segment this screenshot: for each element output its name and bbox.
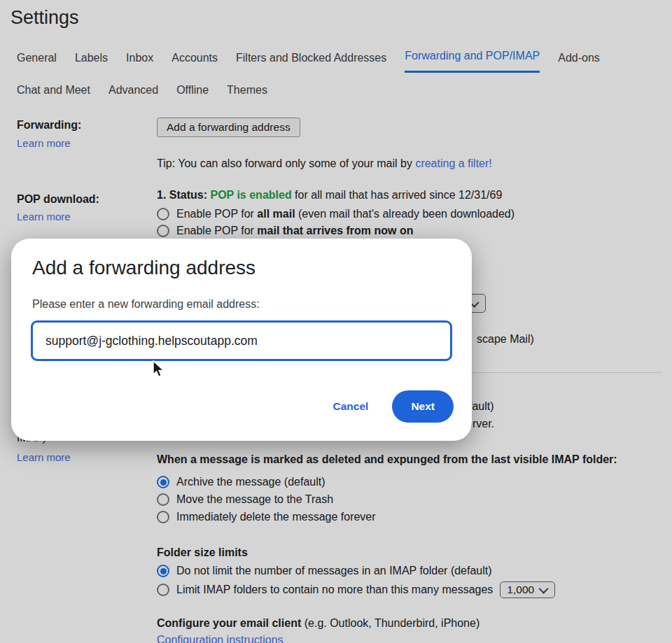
cancel-button[interactable]: Cancel (329, 400, 373, 414)
dialog-prompt: Please enter a new forwarding email addr… (32, 298, 260, 311)
dialog-actions: Cancel Next (329, 390, 454, 423)
dialog-title: Add a forwarding address (32, 257, 255, 279)
next-button[interactable]: Next (392, 390, 454, 423)
forwarding-email-input[interactable] (31, 320, 452, 361)
add-forwarding-address-dialog: Add a forwarding address Please enter a … (11, 239, 472, 441)
mouse-cursor-icon (151, 360, 167, 381)
